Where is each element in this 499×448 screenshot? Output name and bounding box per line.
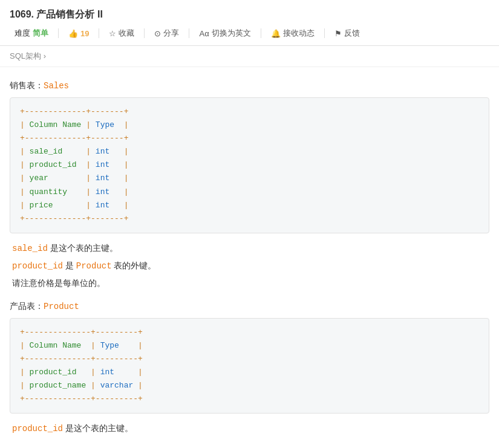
code-line: | year | int | <box>20 172 479 185</box>
divider-3 <box>144 28 145 38</box>
sales-table-code: +-------------+-------+ | Column Name | … <box>10 97 489 233</box>
like-button[interactable]: 👍 19 <box>64 27 94 40</box>
flag-icon: ⚑ <box>334 29 342 38</box>
difficulty-label: 难度 简单 <box>10 26 53 41</box>
code-line: +--------------+---------+ <box>20 326 479 339</box>
code-line: +-------------+-------+ <box>20 105 479 118</box>
breadcrumb-link[interactable]: SQL架构 <box>10 51 44 60</box>
code-line: | price | int | <box>20 199 479 212</box>
code-line: | sale_id | int | <box>20 145 479 158</box>
main-content: 销售表：Sales +-------------+-------+ | Colu… <box>0 67 499 448</box>
feedback-button[interactable]: ⚑ 反馈 <box>330 26 365 41</box>
sales-desc-1: sale_id 是这个表的主键。 <box>12 239 487 257</box>
code-line: | Column Name | Type | <box>20 118 479 132</box>
translate-icon: Aα <box>199 29 209 38</box>
sales-desc-2: product_id 是 Product 表的外键。 <box>12 257 487 274</box>
sales-desc-3: 请注意价格是每单位的。 <box>12 274 487 291</box>
code-line: | product_id | int | <box>20 366 479 379</box>
code-line: +-------------+-------+ <box>20 212 479 226</box>
product-table-name: Product <box>44 302 79 311</box>
divider-1 <box>58 28 59 38</box>
code-line: +-------------+-------+ <box>20 132 479 145</box>
sales-description: sale_id 是这个表的主键。 product_id 是 Product 表的… <box>10 239 489 291</box>
translate-button[interactable]: Aα 切换为英文 <box>194 26 255 41</box>
product-description: product_id 是这个表的主键。 <box>10 420 489 437</box>
divider-6 <box>324 28 325 38</box>
breadcrumb: SQL架构 › <box>0 46 499 67</box>
collect-button[interactable]: ☆ 收藏 <box>104 26 139 41</box>
code-line: | product_id | int | <box>20 158 479 172</box>
like-count: 19 <box>80 29 89 38</box>
notify-button[interactable]: 🔔 接收动态 <box>266 26 319 41</box>
code-line: | Column Name | Type | <box>20 339 479 352</box>
code-line: +--------------+---------+ <box>20 392 479 406</box>
divider-2 <box>99 28 99 38</box>
share-button[interactable]: ⊙ 分享 <box>149 26 184 41</box>
share-icon: ⊙ <box>154 29 161 38</box>
product-desc-1: product_id 是这个表的主键。 <box>12 420 487 437</box>
toolbar: 难度 简单 👍 19 ☆ 收藏 ⊙ 分享 Aα 切换为英文 🔔 接收动态 <box>10 26 489 41</box>
bell-icon: 🔔 <box>271 29 281 38</box>
star-icon: ☆ <box>109 29 116 38</box>
code-line: +--------------+---------+ <box>20 352 479 366</box>
sales-table-name: Sales <box>44 81 69 91</box>
product-table-label: 产品表：Product <box>10 301 489 312</box>
code-line: | quantity | int | <box>20 186 479 199</box>
divider-4 <box>189 28 189 38</box>
page-header: 1069. 产品销售分析 II 难度 简单 👍 19 ☆ 收藏 ⊙ 分享 Aα … <box>0 0 499 46</box>
page-title: 1069. 产品销售分析 II <box>10 8 489 21</box>
product-table-code: +--------------+---------+ | Column Name… <box>10 318 489 414</box>
divider-5 <box>261 28 261 38</box>
sales-table-label: 销售表：Sales <box>10 80 489 91</box>
thumb-icon: 👍 <box>68 29 78 38</box>
code-line: | product_name | varchar | <box>20 379 479 392</box>
difficulty-tag[interactable]: 简单 <box>33 28 48 39</box>
